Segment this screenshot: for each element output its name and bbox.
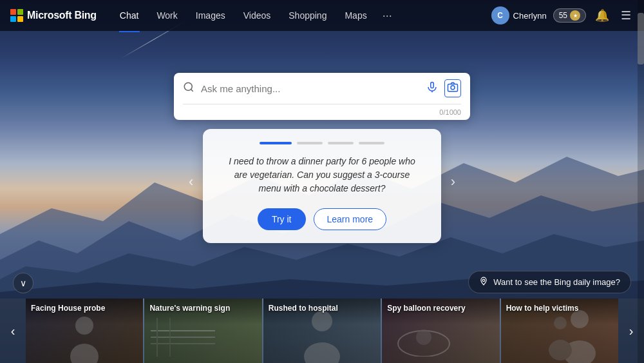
news-card-title-5: How to help victims [506,304,613,314]
points-badge[interactable]: 55 ★ [553,8,586,23]
user-menu[interactable]: C Cherlynn [491,6,547,25]
char-count: 0/1000 [439,108,461,116]
microphone-icon[interactable] [426,81,438,97]
collapse-button[interactable]: ∨ [13,273,33,293]
scrollbar-thumb[interactable] [638,13,644,64]
svg-point-9 [75,317,93,335]
notification-bell[interactable]: 🔔 [592,6,612,25]
svg-point-10 [70,344,99,363]
progress-dots [222,142,422,144]
chevron-right-icon: › [629,324,634,338]
news-card-4[interactable]: Spy balloon recovery [382,299,499,363]
bottom-controls: ∨ [13,273,33,293]
svg-point-8 [482,279,485,282]
svg-point-23 [549,340,572,360]
nav-work[interactable]: Work [149,8,185,23]
card-prev-button[interactable]: ‹ [185,170,197,194]
logo-text: Microsoft Bing [27,10,97,21]
svg-point-19 [416,329,431,345]
search-container: 0/1000 [174,73,470,120]
logo-area[interactable]: Microsoft Bing [10,9,97,22]
news-card-3[interactable]: Rushed to hospital [263,299,381,363]
points-value: 55 [559,11,567,20]
nav-right: C Cherlynn 55 ★ 🔔 ☰ [491,6,634,25]
username: Cherlynn [513,11,547,21]
news-card-1[interactable]: Facing House probe [26,299,143,363]
news-card-title-1: Facing House probe [31,304,138,314]
try-it-button[interactable]: Try it [258,208,306,230]
search-input[interactable] [201,83,420,94]
microsoft-logo [10,9,23,22]
svg-point-16 [312,311,332,331]
progress-dot-3[interactable] [328,142,354,144]
chevron-down-icon: ∨ [20,278,26,288]
nav-images[interactable]: Images [188,8,233,23]
news-section: ‹ Facing House probe Nature's warning si… [0,299,644,363]
search-icon [183,81,194,96]
camera-icon[interactable] [444,79,461,97]
suggestion-wrapper: ‹ I need to throw a dinner party for 6 p… [203,120,441,243]
search-bottom: 0/1000 [174,104,470,120]
daily-image-label: Want to see the Bing daily image? [493,277,620,287]
svg-point-7 [451,86,455,90]
location-icon [479,277,488,288]
news-card-title-4: Spy balloon recovery [387,304,494,314]
news-card-title-3: Rushed to hospital [269,304,375,314]
suggestion-actions: Try it Learn more [222,208,422,230]
main-content: 0/1000 ‹ I need to throw a dinner party … [0,31,644,243]
navbar: Microsoft Bing Chat Work Images Videos S… [0,0,644,31]
logo-green [17,9,23,15]
logo-blue [10,16,16,22]
chevron-left-icon: ‹ [11,324,15,338]
progress-dot-2[interactable] [297,142,323,144]
progress-dot-1[interactable] [260,142,292,144]
nav-maps[interactable]: Maps [337,8,374,23]
logo-yellow [17,16,23,22]
news-prev-button[interactable]: ‹ [0,299,26,363]
progress-dot-4[interactable] [359,142,384,144]
reward-icon: ★ [570,10,580,21]
nav-shopping[interactable]: Shopping [281,8,334,23]
learn-more-button[interactable]: Learn more [314,208,387,230]
news-card-5[interactable]: How to help victims [501,299,618,363]
nav-chat[interactable]: Chat [112,8,147,23]
hamburger-menu[interactable]: ☰ [618,6,634,25]
scrollbar[interactable] [638,0,644,363]
svg-point-17 [304,342,340,363]
avatar: C [491,6,509,25]
logo-red [10,9,16,15]
svg-line-5 [191,89,193,91]
news-cards: Facing House probe Nature's warning sign… [26,299,618,363]
nav-more[interactable]: ··· [377,6,397,25]
news-card-2[interactable]: Nature's warning sign [144,299,261,363]
nav-links: Chat Work Images Videos Shopping Maps ··… [112,6,491,25]
suggestion-text: I need to throw a dinner party for 6 peo… [222,155,422,195]
nav-videos[interactable]: Videos [236,8,279,23]
svg-point-4 [184,83,192,90]
suggestion-card: I need to throw a dinner party for 6 peo… [203,129,441,243]
news-card-title-2: Nature's warning sign [149,304,256,314]
svg-point-22 [554,317,567,329]
search-input-row [174,73,470,104]
daily-image-button[interactable]: Want to see the Bing daily image? [468,271,631,293]
card-next-button[interactable]: › [447,170,459,194]
